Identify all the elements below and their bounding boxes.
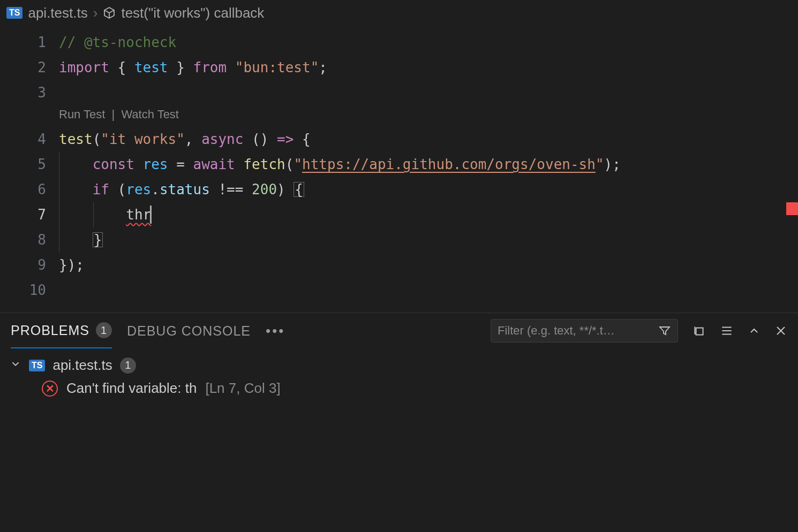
- problems-filter[interactable]: [491, 319, 678, 343]
- code-token: async: [201, 131, 243, 147]
- close-panel-icon[interactable]: [774, 324, 787, 337]
- code-token: [227, 59, 235, 75]
- problems-file-row[interactable]: TS api.test.ts 1: [10, 354, 788, 377]
- code-token: await: [193, 156, 235, 172]
- code-token: });: [59, 257, 84, 273]
- code-token: .: [151, 181, 160, 197]
- breadcrumb-separator: ›: [93, 5, 98, 21]
- codelens-run-test[interactable]: Run Test: [59, 108, 105, 121]
- code-token: ": [596, 156, 604, 172]
- code-token: if: [93, 181, 109, 197]
- problems-file-name: api.test.ts: [52, 357, 112, 374]
- code-token: 200: [252, 181, 277, 197]
- code-token: (: [285, 156, 294, 172]
- problems-count-badge: 1: [96, 322, 112, 338]
- filter-icon[interactable]: [658, 324, 671, 337]
- codelens-watch-test[interactable]: Watch Test: [121, 108, 179, 121]
- code-token: ): [277, 181, 293, 197]
- line-number: 1: [0, 30, 46, 55]
- problem-message: Can't find variable: th: [66, 380, 197, 397]
- code-token: =: [168, 156, 193, 172]
- line-number: 3: [0, 80, 46, 105]
- problem-item[interactable]: ✕ Can't find variable: th [Ln 7, Col 3]: [10, 377, 788, 400]
- code-token: status: [160, 181, 210, 197]
- code-token: // @ts-nocheck: [59, 34, 176, 50]
- codelens-separator: |: [112, 108, 115, 121]
- ts-file-icon: TS: [29, 360, 45, 371]
- code-token: {: [302, 131, 311, 147]
- code-token: );: [604, 156, 621, 172]
- code-token: res: [143, 156, 168, 172]
- code-content[interactable]: // @ts-nocheck import { test } from "bun…: [59, 26, 798, 313]
- collapse-all-icon[interactable]: [692, 324, 706, 338]
- breadcrumb: TS api.test.ts › test("it works") callba…: [0, 0, 798, 26]
- breadcrumb-symbol[interactable]: test("it works") callback: [121, 5, 264, 21]
- code-token-error: thr: [126, 207, 151, 223]
- line-number: 4: [0, 127, 46, 152]
- problem-location: [Ln 7, Col 3]: [205, 380, 280, 397]
- code-token: fetch: [243, 156, 285, 172]
- view-as-tree-icon[interactable]: [720, 324, 734, 338]
- panel-tabs: PROBLEMS 1 DEBUG CONSOLE •••: [0, 313, 798, 348]
- code-token: (: [109, 181, 126, 197]
- line-number: 10: [0, 278, 46, 303]
- line-number: 9: [0, 253, 46, 278]
- code-token: ": [293, 156, 302, 172]
- code-token: const: [93, 156, 134, 172]
- code-token: https://api.github.com/orgs/oven-sh: [302, 156, 596, 172]
- code-token: from: [193, 59, 227, 75]
- tab-overflow-icon[interactable]: •••: [266, 323, 285, 339]
- text-cursor: [150, 206, 152, 224]
- code-token: import: [59, 59, 109, 75]
- tab-problems[interactable]: PROBLEMS 1: [11, 313, 112, 348]
- code-token: (: [93, 131, 101, 147]
- code-token: (): [243, 131, 277, 147]
- code-token: ,: [185, 131, 201, 147]
- code-token: ;: [319, 59, 327, 75]
- tab-debug-console[interactable]: DEBUG CONSOLE: [127, 313, 251, 348]
- chevron-up-icon[interactable]: [748, 324, 761, 337]
- codelens: Run Test | Watch Test: [59, 105, 798, 127]
- problems-list: TS api.test.ts 1 ✕ Can't find variable: …: [0, 348, 798, 405]
- code-token: [293, 131, 302, 147]
- tab-label: DEBUG CONSOLE: [127, 323, 251, 339]
- line-number: 2: [0, 55, 46, 80]
- code-token: =>: [277, 131, 293, 147]
- bracket-match: }: [93, 232, 103, 247]
- code-token: [134, 156, 143, 172]
- code-token: "it works": [101, 131, 185, 147]
- file-problem-count-badge: 1: [120, 358, 136, 374]
- code-token: }: [168, 59, 193, 75]
- breadcrumb-file[interactable]: api.test.ts: [28, 5, 87, 21]
- line-number: 6: [0, 177, 46, 202]
- line-number: 8: [0, 227, 46, 253]
- error-icon: ✕: [42, 381, 58, 397]
- code-token: test: [134, 59, 168, 75]
- filter-input[interactable]: [498, 324, 652, 338]
- line-number: 7: [0, 202, 46, 227]
- code-token: test: [59, 131, 93, 147]
- ts-file-icon: TS: [6, 7, 22, 19]
- bracket-match: {: [293, 182, 304, 197]
- code-token: [235, 156, 244, 172]
- bottom-panel: PROBLEMS 1 DEBUG CONSOLE •••: [0, 313, 798, 532]
- svg-rect-0: [696, 328, 703, 335]
- line-number-gutter: 1 2 3 4 5 6 7 8 9 10: [0, 26, 59, 313]
- code-token: "bun:test": [235, 59, 319, 75]
- code-token: !==: [210, 181, 252, 197]
- method-icon: [103, 6, 116, 19]
- tab-label: PROBLEMS: [11, 323, 89, 338]
- line-number: 5: [0, 152, 46, 177]
- code-token: res: [126, 181, 151, 197]
- chevron-down-icon[interactable]: [10, 357, 21, 374]
- code-editor[interactable]: 1 2 3 4 5 6 7 8 9 10 // @ts-nocheck impo…: [0, 26, 798, 313]
- code-token: {: [109, 59, 134, 75]
